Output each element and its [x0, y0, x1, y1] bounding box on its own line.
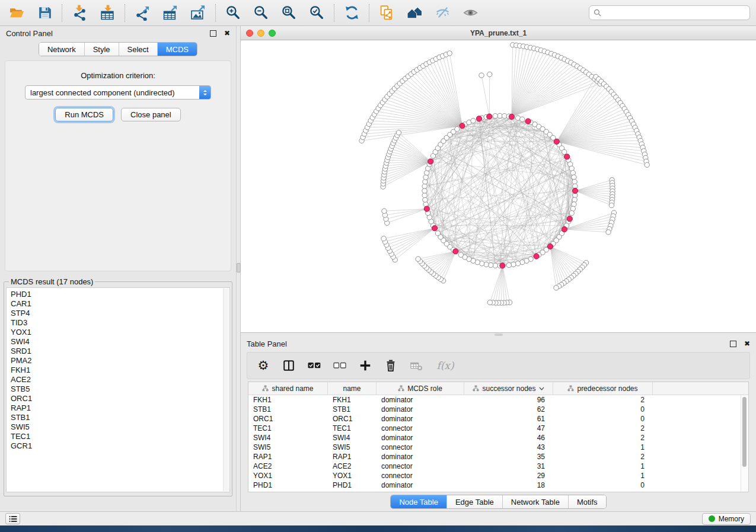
network-node[interactable]	[502, 113, 507, 118]
save-session-button[interactable]	[34, 2, 55, 24]
export-table-button[interactable]	[160, 2, 181, 24]
select-all-button[interactable]	[307, 358, 321, 373]
zoom-fit-button[interactable]	[278, 2, 299, 24]
network-node[interactable]	[554, 286, 559, 290]
tab-network-table[interactable]: Network Table	[502, 495, 568, 508]
result-node-item[interactable]: STB5	[11, 384, 229, 394]
mcds-node[interactable]	[432, 226, 437, 231]
result-node-item[interactable]: CAR1	[11, 299, 229, 309]
result-node-item[interactable]: SWI5	[11, 422, 229, 432]
network-node[interactable]	[423, 180, 428, 184]
network-node[interactable]	[479, 73, 484, 78]
network-node[interactable]	[497, 113, 502, 118]
first-neighbors-button[interactable]	[404, 2, 425, 24]
mcds-node[interactable]	[547, 243, 553, 249]
network-node[interactable]	[422, 188, 427, 193]
table-row[interactable]: STB1STB1dominator620	[248, 405, 748, 414]
network-node[interactable]	[572, 202, 576, 207]
result-node-item[interactable]: FKH1	[11, 366, 229, 375]
refresh-button[interactable]	[341, 2, 362, 24]
tab-motifs[interactable]: Motifs	[568, 495, 606, 508]
table-row[interactable]: TEC1TEC1connector472	[248, 424, 748, 433]
window-minimize-icon[interactable]	[257, 30, 264, 37]
network-node[interactable]	[455, 127, 460, 132]
show-columns-button[interactable]	[282, 358, 296, 373]
column-header[interactable]: shared name	[248, 382, 328, 395]
memory-button[interactable]: Memory	[702, 513, 751, 525]
network-node[interactable]	[506, 262, 511, 267]
mcds-node[interactable]	[554, 139, 559, 144]
search-input[interactable]	[601, 8, 749, 18]
show-all-button[interactable]	[460, 2, 481, 24]
tab-node-table[interactable]: Node Table	[391, 495, 446, 508]
export-network-button[interactable]	[132, 2, 153, 24]
network-node[interactable]	[562, 149, 567, 154]
result-node-item[interactable]: TID3	[11, 318, 229, 328]
network-node[interactable]	[471, 118, 476, 123]
network-node[interactable]	[423, 197, 428, 202]
table-scrollbar-thumb[interactable]	[742, 397, 747, 467]
horizontal-splitter[interactable]	[241, 333, 756, 336]
mcds-node[interactable]	[509, 114, 514, 119]
result-node-item[interactable]: YOX1	[11, 328, 229, 337]
tab-network[interactable]: Network	[39, 43, 84, 56]
tab-mcds[interactable]: MCDS	[157, 43, 197, 56]
delete-column-button[interactable]	[384, 358, 398, 373]
tab-select[interactable]: Select	[119, 43, 157, 56]
network-node[interactable]	[511, 262, 516, 267]
window-zoom-icon[interactable]	[269, 30, 276, 37]
network-node[interactable]	[493, 113, 497, 118]
mcds-node[interactable]	[487, 114, 492, 119]
mcds-node[interactable]	[476, 116, 481, 121]
network-node[interactable]	[423, 175, 428, 180]
column-header[interactable]: name	[328, 382, 377, 395]
network-node[interactable]	[422, 193, 427, 197]
result-node-item[interactable]: PMA2	[11, 356, 229, 366]
network-node[interactable]	[609, 203, 614, 207]
mcds-node[interactable]	[564, 154, 570, 159]
table-settings-button[interactable]: ⚙	[256, 358, 270, 373]
network-canvas[interactable]	[241, 40, 756, 332]
result-node-item[interactable]: GCR1	[11, 441, 229, 451]
network-node[interactable]	[458, 252, 463, 257]
network-node[interactable]	[435, 231, 440, 236]
mcds-node[interactable]	[424, 206, 429, 211]
network-node[interactable]	[569, 210, 574, 215]
network-node[interactable]	[484, 262, 489, 267]
import-table-button[interactable]	[97, 2, 118, 24]
mcds-node[interactable]	[500, 263, 505, 268]
network-node[interactable]	[572, 180, 577, 184]
network-node[interactable]	[487, 300, 492, 305]
zoom-out-button[interactable]	[250, 2, 272, 24]
column-header[interactable]: successor nodes	[464, 382, 553, 395]
table-row[interactable]: SWI4SWI4dominator462	[248, 433, 748, 443]
network-node[interactable]	[570, 171, 575, 175]
table-row[interactable]: PHD1PHD1dominator180	[248, 480, 748, 490]
network-node[interactable]	[645, 162, 649, 167]
result-node-item[interactable]: STB1	[11, 413, 229, 422]
result-node-item[interactable]: ORC1	[11, 394, 229, 403]
network-node[interactable]	[515, 261, 520, 266]
table-scrollbar[interactable]	[741, 395, 748, 492]
deselect-all-button[interactable]	[333, 358, 347, 373]
result-node-item[interactable]: SRD1	[11, 347, 229, 356]
window-close-icon[interactable]	[246, 30, 253, 37]
result-node-item[interactable]: SWI4	[11, 337, 229, 347]
criterion-dropdown[interactable]: largest connected component (undirected)	[25, 85, 211, 100]
network-node[interactable]	[416, 257, 420, 261]
network-node[interactable]	[489, 262, 493, 267]
mcds-node[interactable]	[562, 227, 567, 232]
table-row[interactable]: ORC1ORC1dominator610	[248, 414, 748, 424]
network-node[interactable]	[493, 263, 497, 268]
close-panel-button[interactable]: Close panel	[121, 108, 181, 121]
result-node-item[interactable]: ACE2	[11, 375, 229, 384]
export-image-button[interactable]	[187, 2, 209, 24]
open-file-button[interactable]	[6, 2, 27, 24]
network-node[interactable]	[572, 175, 576, 180]
add-column-button[interactable]	[358, 358, 372, 373]
float-panel-icon[interactable]	[210, 30, 216, 37]
table-row[interactable]: ACE2ACE2connector311	[248, 462, 748, 471]
hide-selected-button[interactable]	[432, 2, 453, 24]
network-node[interactable]	[382, 209, 387, 213]
tab-style[interactable]: Style	[84, 43, 119, 56]
